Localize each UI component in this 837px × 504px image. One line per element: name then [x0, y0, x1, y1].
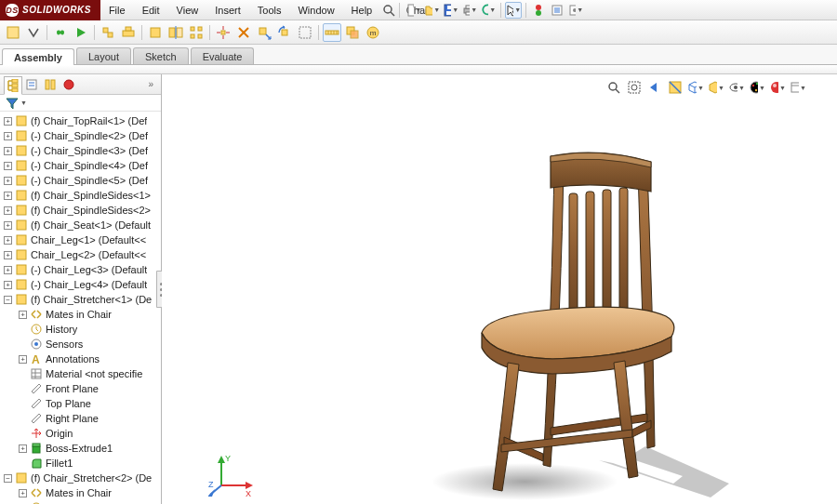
tree-item-label[interactable]: Front Plane [46, 383, 99, 394]
tree-filter[interactable]: ▼ [0, 95, 161, 112]
menu-window[interactable]: Window [289, 0, 342, 20]
menu-view[interactable]: View [168, 0, 207, 20]
tb-assembly-icon[interactable] [99, 23, 117, 42]
feature-tree[interactable]: +(f) Chair_TopRail<1> (Def +(-) Chair_Sp… [0, 112, 161, 504]
tree-item-label[interactable]: History [46, 324, 77, 335]
open-document-icon[interactable]: ▼ [424, 2, 441, 19]
menu-edit[interactable]: Edit [134, 0, 168, 20]
tab-assembly[interactable]: Assembly [2, 48, 74, 65]
zoom-fit-icon[interactable] [604, 78, 623, 97]
options-icon[interactable] [549, 2, 565, 19]
expand-icon[interactable]: + [4, 162, 12, 170]
expand-icon[interactable]: + [4, 132, 12, 140]
view-settings-icon[interactable]: ▼ [789, 78, 807, 97]
tb-move-icon[interactable] [255, 23, 273, 42]
display-style-icon[interactable]: ▼ [707, 78, 725, 97]
tb-hide-icon[interactable] [296, 23, 314, 42]
tree-item-label[interactable]: (f) Chair_Seat<1> (Default [31, 219, 151, 231]
fm-tab-display-icon[interactable] [60, 75, 78, 94]
print-icon[interactable]: ▼ [461, 2, 478, 19]
tb-pattern-icon[interactable] [187, 23, 206, 42]
tb-part-icon[interactable] [146, 23, 165, 42]
graphics-viewport[interactable]: ▼ ▼ ▼ ▼ ▼ ▼ [162, 74, 837, 504]
expand-icon[interactable]: + [4, 236, 12, 245]
expand-icon[interactable]: + [4, 206, 12, 215]
tb-play-icon[interactable] [72, 23, 90, 42]
tree-item-label[interactable]: Mates in Chair [46, 309, 112, 320]
tree-item-label[interactable]: (f) Chair_SpindleSides<2> [31, 205, 151, 216]
tb-mass-icon[interactable]: m [364, 23, 382, 42]
appearance-icon[interactable]: ▼ [748, 78, 766, 97]
tb-rotate-icon[interactable] [275, 23, 294, 42]
tb-interference-icon[interactable] [343, 23, 362, 42]
expand-icon[interactable]: + [4, 266, 12, 274]
tree-item-label[interactable]: Fillet1 [46, 458, 73, 469]
expand-icon[interactable]: + [19, 444, 27, 453]
tb-link-icon[interactable] [51, 23, 70, 42]
tree-item-label[interactable]: (-) Chair_Spindle<3> (Def [31, 145, 148, 156]
tree-item-label[interactable]: (f) Chair_Stretcher<2> (De [31, 472, 152, 484]
collapse-icon[interactable]: − [4, 474, 12, 483]
menu-insert[interactable]: Insert [206, 0, 249, 20]
tab-sketch[interactable]: Sketch [133, 47, 189, 64]
section-view-icon[interactable] [666, 78, 684, 97]
expand-icon[interactable]: + [4, 117, 12, 126]
hide-show-icon[interactable]: ▼ [727, 78, 746, 97]
menu-tools[interactable]: Tools [249, 0, 290, 20]
tree-item-label[interactable]: Boss-Extrude1 [46, 443, 113, 454]
expand-icon[interactable]: + [19, 489, 27, 497]
view-orientation-icon[interactable]: ▼ [686, 78, 705, 97]
tab-layout[interactable]: Layout [76, 47, 131, 64]
expand-icon[interactable]: + [4, 192, 12, 200]
tree-item-label[interactable]: (f) Chair_Stretcher<1> (De [31, 294, 152, 305]
expand-icon[interactable]: + [19, 311, 27, 319]
tb-mirror-icon[interactable] [166, 23, 185, 42]
save-icon[interactable]: ▼ [443, 2, 459, 19]
tree-item-label[interactable]: Mates in Chair [46, 487, 112, 498]
expand-icon[interactable]: + [4, 281, 12, 289]
settings-icon[interactable]: ▼ [567, 2, 584, 19]
tree-item-label[interactable]: Top Plane [46, 398, 91, 409]
tree-item-label[interactable]: Right Plane [46, 413, 99, 424]
tree-item-label[interactable]: (-) Chair_Leg<3> (Default [31, 264, 147, 275]
tree-item-label[interactable]: Chair_Leg<1> (Default<< [31, 234, 146, 245]
select-icon[interactable]: ▼ [505, 2, 522, 19]
tree-item-label[interactable]: (f) Chair_TopRail<1> (Def [31, 115, 147, 126]
orientation-triad-icon[interactable]: Y X Z [208, 452, 255, 498]
tree-item-label[interactable]: Origin [46, 428, 73, 439]
expand-flyout-icon[interactable]: » [148, 79, 157, 89]
collapse-icon[interactable]: − [4, 296, 12, 304]
tree-item-label[interactable]: (-) Chair_Spindle<5> (Def [31, 175, 148, 186]
tab-evaluate[interactable]: Evaluate [191, 47, 255, 64]
menu-help[interactable]: Help [343, 0, 381, 20]
expand-icon[interactable]: + [4, 251, 12, 259]
fm-tab-config-icon[interactable] [41, 75, 60, 94]
tree-item-label[interactable]: Material <not specifie [46, 368, 142, 379]
tb-measure-icon[interactable] [323, 23, 341, 42]
new-document-icon[interactable]: ▼ [405, 2, 422, 19]
expand-icon[interactable]: + [4, 177, 12, 185]
tree-item-label[interactable]: (-) Chair_Spindle<4> (Def [31, 160, 148, 171]
tree-item-label[interactable]: (-) Chair_Leg<4> (Default [31, 279, 147, 290]
search-icon[interactable] [380, 2, 397, 19]
scene-icon[interactable]: ▼ [768, 78, 787, 97]
tb-mate-icon[interactable] [234, 23, 253, 42]
zoom-area-icon[interactable] [625, 78, 644, 97]
expand-icon[interactable]: + [4, 147, 12, 155]
tb-new-part-icon[interactable] [4, 23, 22, 42]
rebuild-icon[interactable] [530, 2, 547, 19]
fm-tab-tree-icon[interactable] [4, 76, 22, 95]
tree-item-label[interactable]: Annotations [46, 353, 100, 365]
tree-item-label[interactable]: (f) Chair_SpindleSides<1> [31, 190, 151, 201]
tree-item-label[interactable]: (-) Chair_Spindle<2> (Def [31, 130, 148, 141]
fm-tab-property-icon[interactable] [22, 75, 41, 94]
tb-explode-icon[interactable] [214, 23, 232, 42]
previous-view-icon[interactable] [645, 78, 664, 97]
expand-icon[interactable]: + [4, 221, 12, 230]
tree-item-label[interactable]: Sensors [46, 338, 83, 350]
tb-subassembly-icon[interactable] [119, 23, 138, 42]
tree-item-label[interactable]: Chair_Leg<2> (Default<< [31, 249, 146, 260]
undo-icon[interactable]: ▼ [480, 2, 497, 19]
expand-icon[interactable]: + [19, 355, 27, 364]
tb-show-hidden-icon[interactable] [24, 23, 43, 42]
